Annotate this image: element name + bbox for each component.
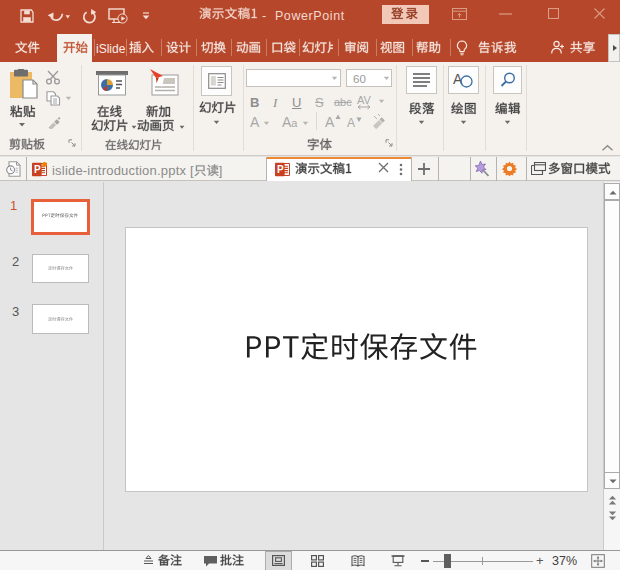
svg-text:P: P [277,164,284,175]
svg-text:P: P [34,164,41,175]
